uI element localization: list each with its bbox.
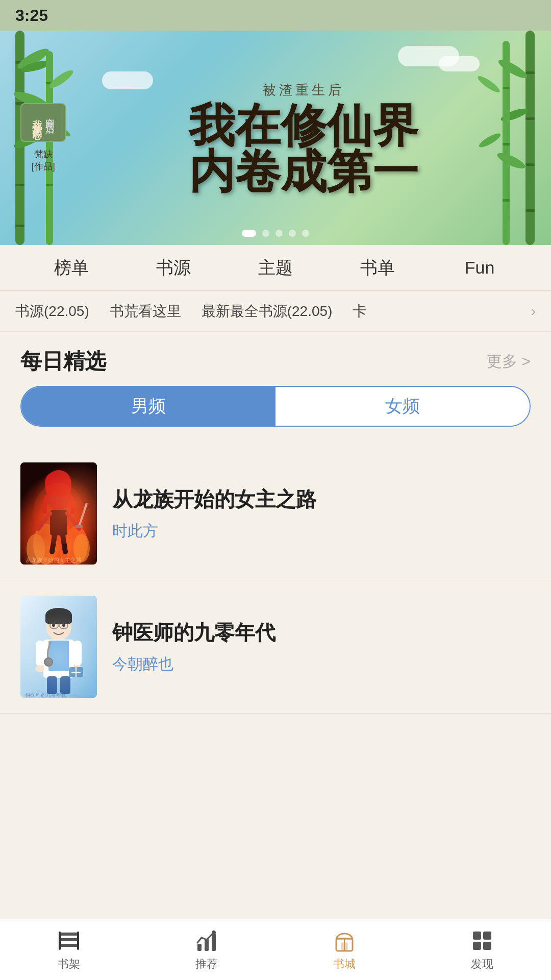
svg-point-53 (73, 665, 82, 672)
bottom-nav-shelf[interactable]: 书架 (0, 928, 138, 972)
svg-rect-48 (43, 640, 74, 678)
section-title: 每日精选 (20, 347, 106, 376)
svg-text:从龙族开始的女主之路: 从龙族开始的女主之路 (26, 557, 82, 563)
svg-point-34 (27, 534, 45, 565)
status-time: 3:25 (15, 6, 48, 25)
svg-rect-68 (60, 933, 78, 936)
svg-rect-83 (473, 942, 481, 950)
sub-nav-item-2[interactable]: 最新最全书源(22.05) (202, 302, 333, 321)
toggle-female[interactable]: 女频 (276, 387, 530, 426)
bottom-nav-discover[interactable]: 发现 (413, 928, 551, 972)
banner-subtitle: 被渣重生后 (86, 81, 520, 99)
svg-rect-66 (60, 676, 70, 694)
shelf-icon (56, 928, 82, 953)
bottom-nav: 书架 推荐 书城 (0, 919, 551, 980)
book-cover-2: 钟医师的九零年代 (20, 596, 97, 698)
discover-icon (469, 928, 495, 953)
svg-line-42 (79, 503, 87, 526)
svg-rect-73 (197, 944, 202, 951)
book-title-1: 从龙族开始的女主之路 (112, 486, 531, 512)
banner-author: 梵缺 [作品] (32, 148, 55, 173)
recommend-label: 推荐 (195, 957, 218, 972)
dot-3[interactable] (276, 230, 283, 237)
svg-rect-75 (212, 934, 216, 951)
status-bar: 3:25 (0, 0, 551, 31)
banner[interactable]: 夺回气运后， 我在修仙界搞内卷 梵缺 [作品] 被渣重生后 我在修仙界内卷成第一 (0, 31, 551, 245)
svg-point-33 (65, 526, 88, 565)
svg-rect-17 (525, 71, 535, 74)
tab-booklist[interactable]: 书单 (327, 245, 429, 290)
svg-line-41 (63, 535, 65, 552)
svg-point-36 (47, 485, 70, 511)
sub-nav-item-3[interactable]: 卡 (353, 302, 367, 321)
tab-fun[interactable]: Fun (429, 245, 531, 290)
svg-point-44 (33, 483, 84, 544)
nav-tabs: 榜单 书源 主题 书单 Fun (0, 245, 551, 291)
svg-rect-84 (483, 942, 491, 950)
book-info-2: 钟医师的九零年代 今朝醉也 (112, 619, 531, 675)
sub-nav: 书源(22.05) 书荒看这里 最新最全书源(22.05) 卡 › (0, 291, 551, 332)
svg-rect-37 (50, 510, 67, 535)
svg-line-40 (52, 535, 55, 552)
book-cover-1: 从龙族开始的女主之路 (20, 462, 97, 565)
svg-point-35 (73, 534, 90, 562)
svg-rect-59 (50, 623, 58, 628)
svg-rect-70 (60, 944, 78, 947)
svg-rect-50 (36, 641, 44, 666)
store-label: 书城 (333, 957, 356, 972)
bottom-nav-recommend[interactable]: 推荐 (138, 928, 276, 972)
tab-rankings[interactable]: 榜单 (20, 245, 122, 290)
shelf-label: 书架 (58, 957, 80, 972)
dot-2[interactable] (262, 230, 269, 237)
svg-rect-63 (45, 614, 72, 624)
store-icon (332, 928, 357, 953)
sub-nav-item-1[interactable]: 书荒看这里 (110, 302, 181, 321)
svg-point-47 (46, 612, 71, 641)
gender-toggle: 男频 女频 (20, 386, 531, 427)
svg-point-57 (52, 624, 55, 627)
book-item[interactable]: 从龙族开始的女主之路 从龙族开始的女主之路 时此方 (0, 447, 551, 580)
book-item-2[interactable]: 钟医师的九零年代 钟医师的九零年代 今朝醉也 (0, 580, 551, 714)
dot-1[interactable] (242, 230, 256, 237)
banner-title-area: 被渣重生后 我在修仙界内卷成第一 (76, 81, 531, 195)
svg-rect-5 (15, 225, 24, 227)
dot-5[interactable] (302, 230, 309, 237)
svg-point-32 (51, 519, 71, 565)
svg-rect-46 (20, 596, 97, 698)
svg-point-31 (33, 524, 59, 565)
discover-label: 发现 (471, 957, 493, 972)
svg-point-76 (212, 930, 216, 935)
svg-rect-81 (473, 932, 481, 940)
more-button[interactable]: 更多 > (487, 351, 531, 372)
banner-main-title: 我在修仙界内卷成第一 (86, 103, 520, 195)
svg-point-21 (496, 57, 529, 81)
book-info-1: 从龙族开始的女主之路 时此方 (112, 486, 531, 542)
svg-rect-54 (69, 667, 83, 677)
cloud-decoration (439, 56, 480, 71)
bottom-nav-store[interactable]: 书城 (276, 928, 413, 972)
svg-point-52 (35, 665, 44, 672)
svg-rect-30 (20, 462, 97, 565)
svg-point-62 (45, 608, 72, 622)
svg-rect-69 (60, 938, 78, 941)
svg-rect-49 (48, 641, 69, 671)
svg-text:钟医师的九零年代: 钟医师的九零年代 (25, 692, 66, 698)
sub-nav-item-0[interactable]: 书源(22.05) (15, 302, 89, 321)
tab-booksource[interactable]: 书源 (122, 245, 224, 290)
book-author-1: 时此方 (112, 521, 531, 542)
svg-line-39 (67, 513, 79, 529)
recommend-icon (194, 928, 219, 953)
book-title-2: 钟医师的九零年代 (112, 619, 531, 646)
svg-rect-60 (60, 623, 68, 628)
svg-line-38 (38, 513, 50, 529)
section-header: 每日精选 更多 > (0, 332, 551, 386)
dot-4[interactable] (289, 230, 296, 237)
svg-rect-43 (76, 525, 83, 528)
banner-dots (242, 230, 309, 237)
svg-rect-82 (483, 932, 491, 940)
tab-theme[interactable]: 主题 (224, 245, 327, 290)
svg-rect-72 (77, 932, 79, 950)
toggle-male[interactable]: 男频 (21, 387, 276, 426)
svg-point-64 (44, 658, 53, 666)
svg-point-58 (62, 624, 65, 627)
